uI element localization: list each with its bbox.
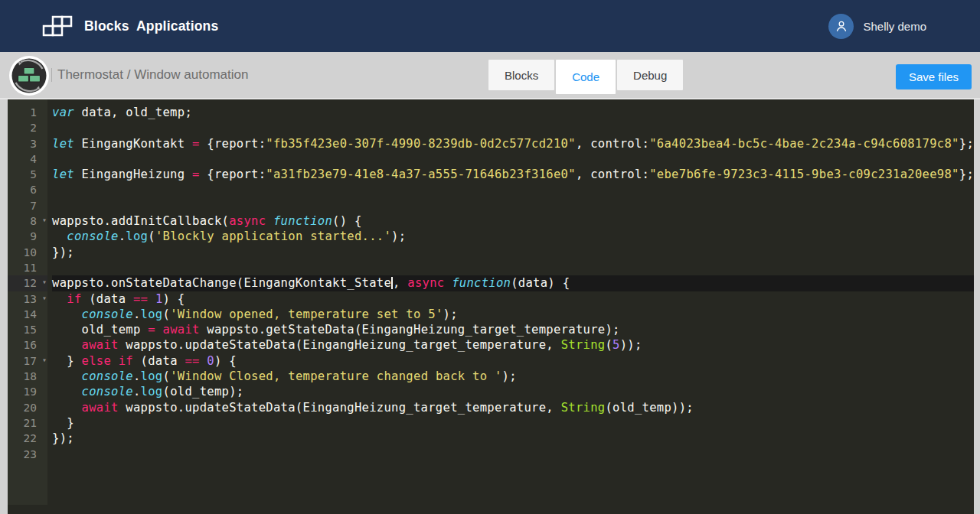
blocks-grid-icon <box>42 15 73 37</box>
brand: Blocks Applications <box>42 0 218 52</box>
code-line-18[interactable]: console.log('Window Closed, temperature … <box>52 369 974 384</box>
gutter-line-22: 22 <box>8 431 47 446</box>
fold-chevron-down-icon[interactable]: ▾ <box>42 291 47 306</box>
app-sync-blocks-icon <box>9 56 49 96</box>
tab-debug[interactable]: Debug <box>617 60 683 90</box>
gutter-line-19: 19 <box>8 384 47 399</box>
code-line-6[interactable] <box>52 182 974 197</box>
breadcrumb: Thermostat / Window automation <box>57 52 248 98</box>
code-line-1[interactable]: var data, old_temp; <box>52 105 974 120</box>
code-line-7[interactable] <box>52 198 974 213</box>
view-tabs: BlocksCodeDebug <box>488 60 683 94</box>
code-line-23[interactable] <box>52 447 974 462</box>
fold-chevron-down-icon[interactable]: ▾ <box>42 213 47 228</box>
tab-code[interactable]: Code <box>556 60 616 94</box>
code-line-8[interactable]: wappsto.addInitCallback(async function()… <box>52 213 974 229</box>
gutter-line-5: 5 <box>8 167 47 182</box>
toolbar: Thermostat / Window automation BlocksCod… <box>0 52 980 99</box>
tab-blocks[interactable]: Blocks <box>488 60 554 90</box>
gutter-line-10: 10 <box>8 245 47 260</box>
top-header: Blocks Applications Shelly demo <box>0 0 980 52</box>
gutter-line-9: 9 <box>8 229 47 244</box>
gutter-line-12: 12▾ <box>8 275 47 291</box>
code-line-21[interactable]: } <box>52 415 974 431</box>
gutter-line-21: 21 <box>8 415 47 431</box>
gutter-line-7: 7 <box>8 198 47 213</box>
code-line-9[interactable]: console.log('Blockly application started… <box>52 229 974 244</box>
user-menu[interactable]: Shelly demo <box>828 0 926 52</box>
fold-chevron-down-icon[interactable]: ▾ <box>42 275 47 290</box>
code-line-11[interactable] <box>52 260 974 275</box>
gutter-line-8: 8▾ <box>8 213 47 229</box>
code-editor[interactable]: 12345678▾9101112▾13▾14151617▾18192021222… <box>8 99 974 514</box>
app-title: Blocks Applications <box>84 18 218 34</box>
code-line-14[interactable]: console.log('Window opened, temperature … <box>52 307 974 322</box>
code-line-12[interactable]: wappsto.onStateDataChange(EingangKontakt… <box>52 275 974 291</box>
code-line-13[interactable]: if (data == 1) { <box>52 291 974 307</box>
code-line-15[interactable]: old_temp = await wappsto.getStateData(Ei… <box>52 322 974 337</box>
code-line-19[interactable]: console.log(old_temp); <box>52 384 974 399</box>
gutter-line-20: 20 <box>8 400 47 415</box>
gutter-line-2: 2 <box>8 120 47 135</box>
gutter-line-17: 17▾ <box>8 353 47 369</box>
gutter-line-16: 16 <box>8 337 47 353</box>
code-line-10[interactable]: }); <box>52 245 974 260</box>
fold-chevron-down-icon[interactable]: ▾ <box>42 353 47 368</box>
save-files-button[interactable]: Save files <box>896 64 972 89</box>
code-line-2[interactable] <box>52 120 974 135</box>
code-line-16[interactable]: await wappsto.updateStateData(EingangHei… <box>52 337 974 353</box>
code-line-17[interactable]: } else if (data == 0) { <box>52 353 974 369</box>
gutter-line-13: 13▾ <box>8 291 47 307</box>
editor-gutter: 12345678▾9101112▾13▾14151617▾18192021222… <box>8 99 47 505</box>
code-line-5[interactable]: let EingangHeizung = {report:"a31fb23e79… <box>52 167 974 182</box>
gutter-line-15: 15 <box>8 322 47 337</box>
gutter-line-1: 1 <box>8 105 47 120</box>
gutter-line-18: 18 <box>8 369 47 384</box>
code-line-22[interactable]: }); <box>52 431 974 446</box>
toolbar-separator <box>51 68 52 82</box>
gutter-line-6: 6 <box>8 182 47 197</box>
editor-code-area[interactable]: var data, old_temp;let EingangKontakt = … <box>47 99 974 514</box>
code-line-20[interactable]: await wappsto.updateStateData(EingangHei… <box>52 400 974 415</box>
gutter-line-14: 14 <box>8 307 47 322</box>
gutter-line-23: 23 <box>8 447 47 462</box>
gutter-line-11: 11 <box>8 260 47 275</box>
person-icon[interactable] <box>828 14 854 39</box>
gutter-line-3: 3 <box>8 136 47 151</box>
user-name: Shelly demo <box>863 20 926 33</box>
gutter-line-4: 4 <box>8 151 47 167</box>
code-line-3[interactable]: let EingangKontakt = {report:"fb35f423e0… <box>52 136 974 151</box>
code-line-4[interactable] <box>52 151 974 167</box>
